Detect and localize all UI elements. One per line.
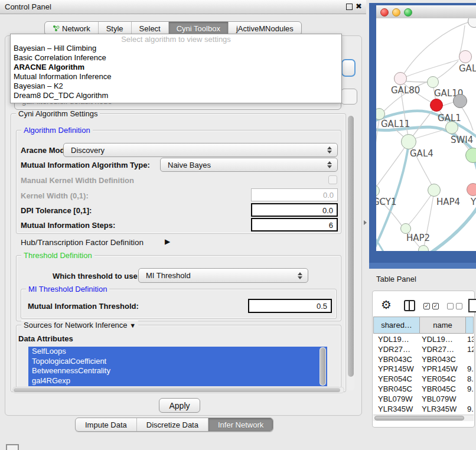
column-header-name[interactable]: name bbox=[420, 317, 466, 334]
column-header-partial[interactable] bbox=[466, 317, 474, 334]
table-row[interactable]: YBR043CYBR043C bbox=[373, 355, 474, 365]
bottom-tabbar: Impute DataDiscretize DataInfer Network bbox=[75, 418, 273, 432]
column-header-shared-name[interactable]: shared… bbox=[373, 317, 420, 334]
sources-group-title[interactable]: Sources for Network Inference ▼ bbox=[21, 321, 138, 330]
which-threshold-value: MI Threshold bbox=[146, 271, 191, 280]
table-row[interactable]: YER054CYER054C8. bbox=[373, 374, 474, 384]
network-node[interactable] bbox=[453, 94, 467, 108]
network-node-y[interactable] bbox=[467, 183, 476, 196]
table-cell: YBL079W bbox=[422, 394, 457, 403]
hub-definition-label[interactable]: Hub/Transcription Factor Definition bbox=[21, 238, 144, 247]
tab-infer-network[interactable]: Infer Network bbox=[208, 418, 273, 431]
node-label: SWI4 bbox=[451, 135, 473, 145]
manual-kernel-checkbox[interactable] bbox=[328, 175, 337, 184]
settings-group-title: Cyni Algorithm Settings bbox=[16, 109, 100, 118]
combo-fragment[interactable] bbox=[341, 89, 357, 105]
cyni-settings-group: Cyni Algorithm Settings Algorithm Defini… bbox=[11, 113, 346, 392]
table-hscrollbar[interactable] bbox=[373, 415, 474, 421]
panel-title: Control Panel bbox=[5, 2, 51, 11]
stepper-arrows-icon bbox=[298, 272, 302, 279]
dropdown-item[interactable]: Mutual Information Inference bbox=[11, 72, 341, 81]
table-row[interactable]: YLR345WYLR345W9. bbox=[373, 405, 474, 415]
tab-discretize-data[interactable]: Discretize Data bbox=[136, 418, 208, 431]
dropdown-item[interactable]: Dream8 DC_TDC Algorithm bbox=[11, 91, 341, 100]
select-all-checkbox-icon-2[interactable]: ✓ bbox=[432, 303, 439, 309]
dpi-tolerance-field[interactable]: 0.0 bbox=[251, 203, 338, 217]
network-canvas[interactable]: GAL2GAL80GAL10GAL1SWI4GAL11GAL4HAP4YGCY1… bbox=[376, 18, 476, 251]
table-cell: YBR043C bbox=[422, 355, 456, 364]
list-scrollbar[interactable] bbox=[319, 347, 326, 386]
mi-threshold-field[interactable]: 0.5 bbox=[248, 299, 332, 313]
which-threshold-combobox[interactable]: MI Threshold bbox=[138, 268, 308, 283]
apply-button[interactable]: Apply bbox=[159, 398, 200, 413]
split-columns-icon[interactable] bbox=[404, 300, 415, 311]
close-icon[interactable]: ✖ bbox=[356, 2, 362, 11]
data-attributes-list[interactable]: SelfLoopsTopologicalCoefficientBetweenne… bbox=[28, 347, 327, 386]
settings-hscrollbar[interactable] bbox=[12, 387, 344, 393]
mi-steps-field[interactable]: 6 bbox=[251, 218, 338, 231]
settings-vscrollbar[interactable] bbox=[347, 115, 354, 391]
close-traffic-light[interactable] bbox=[380, 8, 389, 17]
table-row[interactable]: YBL079WYBL079W bbox=[373, 394, 474, 405]
tab-cyni-toolbox[interactable]: Cyni Toolbox bbox=[168, 22, 228, 35]
network-node-gal10[interactable] bbox=[427, 76, 439, 88]
select-all-checkbox-icon[interactable]: ✓ bbox=[423, 303, 430, 309]
partial-toolbar-button[interactable] bbox=[6, 444, 19, 450]
collapse-arrow-icon: ▼ bbox=[129, 322, 136, 329]
mi-threshold-label: Mutual Information Threshold: bbox=[28, 302, 139, 311]
mi-type-combobox[interactable]: Naive Bayes bbox=[160, 158, 338, 172]
node-label: GAL11 bbox=[381, 119, 410, 129]
splitter-collapse-icon[interactable] bbox=[364, 220, 367, 225]
minimize-traffic-light[interactable] bbox=[392, 8, 400, 17]
table-cell: YBL079W bbox=[378, 394, 413, 403]
gear-icon[interactable]: ⚙ bbox=[381, 298, 392, 312]
attribute-item[interactable]: gal4RGexp bbox=[28, 376, 327, 386]
dropdown-item[interactable]: Bayesian – K2 bbox=[11, 81, 341, 91]
file-icon[interactable] bbox=[468, 299, 476, 312]
dropdown-item[interactable]: ARACNE Algorithm bbox=[11, 63, 341, 72]
network-node-gal80[interactable] bbox=[394, 72, 407, 85]
node-label: GAL4 bbox=[410, 148, 433, 159]
manual-kernel-label: Manual Kernel Width Definition bbox=[21, 176, 134, 185]
table-row[interactable]: YDR27…YDR27…12 bbox=[373, 345, 474, 355]
attribute-item[interactable]: TopologicalCoefficient bbox=[28, 357, 327, 367]
network-node-hap4[interactable] bbox=[428, 184, 441, 197]
zoom-traffic-light[interactable] bbox=[404, 8, 412, 17]
table-row[interactable]: YBR045CYBR045C9. bbox=[373, 384, 474, 394]
dropdown-item[interactable]: Basic Correlation Inference bbox=[11, 53, 341, 63]
table-cell: YDL19… bbox=[378, 335, 409, 344]
dropdown-item[interactable]: Bayesian – Hill Climbing bbox=[11, 44, 341, 53]
tab-select[interactable]: Select bbox=[131, 22, 168, 35]
focused-combo-fragment[interactable] bbox=[341, 59, 356, 77]
table-cell: YBR043C bbox=[378, 355, 412, 364]
attribute-item[interactable]: SelfLoops bbox=[28, 347, 327, 357]
attribute-item[interactable]: BetweennessCentrality bbox=[28, 366, 327, 376]
tab-style[interactable]: Style bbox=[98, 22, 131, 35]
table-cell: YDR27… bbox=[422, 345, 454, 354]
network-window-titlebar[interactable] bbox=[376, 5, 476, 19]
deselect-all-checkbox-icon-2[interactable] bbox=[456, 303, 462, 309]
tab-impute-data[interactable]: Impute Data bbox=[76, 418, 136, 431]
table-row[interactable]: YDL19…YDL19…13 bbox=[373, 335, 474, 345]
deselect-all-checkbox-icon[interactable] bbox=[447, 303, 454, 309]
threshold-definition-title: Threshold Definition bbox=[21, 251, 94, 260]
dropdown-hint: Select algorithm to view settings bbox=[11, 34, 341, 44]
network-node-gal2[interactable] bbox=[459, 50, 472, 63]
network-node-swi4[interactable] bbox=[445, 121, 458, 134]
aracne-mode-combobox[interactable]: Discovery bbox=[63, 143, 338, 157]
table-row[interactable]: YPR145WYPR145W9. bbox=[373, 364, 474, 374]
stepper-arrows-icon bbox=[327, 146, 332, 154]
table-cell: 13 bbox=[467, 335, 474, 344]
tab-jactivemnodules[interactable]: jActiveMNodules bbox=[228, 22, 301, 35]
kernel-width-field[interactable]: 0.0 bbox=[251, 188, 338, 201]
table-cell: 9. bbox=[467, 364, 474, 373]
table-cell: YBR045C bbox=[422, 384, 456, 393]
float-window-icon[interactable] bbox=[346, 4, 353, 10]
network-node-gal1[interactable] bbox=[430, 99, 443, 112]
expand-arrow-icon[interactable]: ▶ bbox=[165, 237, 170, 246]
tab-network[interactable]: Network bbox=[45, 22, 98, 35]
mi-type-label: Mutual Information Algorithm Type: bbox=[21, 161, 150, 169]
stepper-arrows-icon bbox=[327, 161, 332, 168]
table-cell: YPR145W bbox=[378, 364, 414, 373]
network-node-gal4[interactable] bbox=[401, 134, 416, 149]
